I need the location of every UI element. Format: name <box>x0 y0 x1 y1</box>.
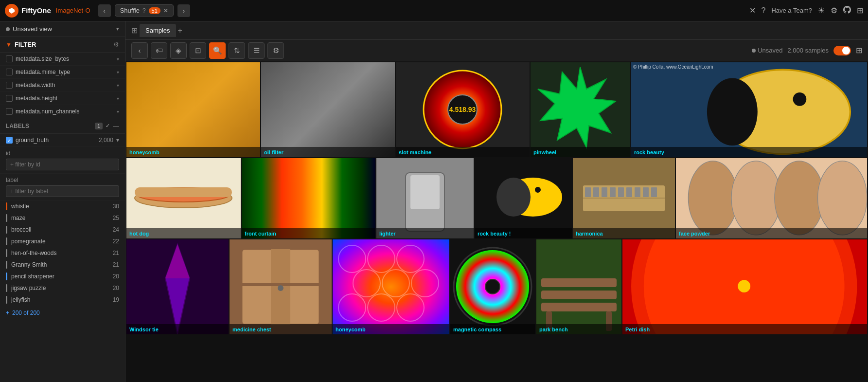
svg-point-37 <box>731 161 780 235</box>
meta-chevron-width: ▾ <box>117 83 119 88</box>
meta-checkbox-height[interactable] <box>6 95 13 102</box>
label-item-maze[interactable]: maze 25 <box>0 212 125 224</box>
label-item-hen[interactable]: hen-of-the-woods 21 <box>0 247 125 259</box>
grid-item-magnetic-compass[interactable]: magnetic compass <box>450 239 535 334</box>
svg-point-22 <box>535 187 541 193</box>
label-name-pomegranate: pomegranate <box>11 238 113 245</box>
team-label: Have a Team? <box>771 7 812 14</box>
sidebar: Unsaved view ▾ ▼ FILTER ⚙ metadata.size_… <box>0 21 125 382</box>
svg-point-39 <box>818 161 867 235</box>
grid-item-face-powder[interactable]: face powder <box>676 158 867 238</box>
labels-checkmark-icon: ✓ <box>106 123 110 129</box>
grid-dots-icon[interactable]: ⊞ <box>131 26 138 35</box>
label-count-jellyfish: 19 <box>113 296 119 303</box>
id-filter-input[interactable] <box>6 159 119 170</box>
grid-item-lighter[interactable]: lighter <box>376 158 474 238</box>
grid-item-medicine-chest[interactable]: medicine chest <box>230 239 332 334</box>
meta-item-height[interactable]: metadata.height ▾ <box>0 92 125 105</box>
label-button[interactable]: ◈ <box>170 42 187 59</box>
add-stage-btn[interactable]: + 200 of 200 <box>0 306 125 320</box>
meta-checkbox-mime[interactable] <box>6 69 13 75</box>
watermark-text: © Phillip Colla, www.OceanLight.com <box>633 64 713 70</box>
label-name-jigsaw: jigsaw puzzle <box>11 285 113 291</box>
tag-button[interactable]: 🏷 <box>151 42 167 59</box>
label-item-broccoli[interactable]: broccoli 24 <box>0 224 125 236</box>
label-color-jellyfish <box>6 296 7 304</box>
meta-item-mime-type[interactable]: metadata.mime_type ▾ <box>0 66 125 79</box>
grid-item-honeycomb-1[interactable]: honeycomb <box>126 62 260 157</box>
label-filter-input[interactable] <box>6 185 119 197</box>
unsaved-dot <box>6 27 10 31</box>
list-button[interactable]: ☰ <box>248 42 265 59</box>
label-item-jellyfish[interactable]: jellyfish 19 <box>0 294 125 306</box>
svg-rect-30 <box>618 187 624 197</box>
grid-item-front-curtain[interactable]: front curtain <box>242 158 375 238</box>
nav-prev-button[interactable]: ‹ <box>98 4 111 17</box>
label-item-jigsaw[interactable]: jigsaw puzzle 20 <box>0 282 125 294</box>
grid-item-rock-beauty-1[interactable]: © Phillip Colla, www.OceanLight.com rock… <box>631 62 867 157</box>
back-button[interactable]: ‹ <box>131 42 148 59</box>
options-button[interactable]: ⚙ <box>267 42 284 59</box>
label-color-granny <box>6 261 7 269</box>
svg-rect-28 <box>602 187 607 197</box>
meta-chevron-size: ▾ <box>117 56 119 62</box>
grid-item-harmonica[interactable]: harmonica <box>573 158 675 238</box>
meta-checkbox-width[interactable] <box>6 82 13 89</box>
label-park-bench: park bench <box>539 327 568 332</box>
labels-collapse-btn[interactable]: — <box>113 122 119 129</box>
nav-next-button[interactable]: › <box>177 4 190 17</box>
settings-icon[interactable]: ⚙ <box>831 6 837 15</box>
label-color-broccoli <box>6 226 7 234</box>
label-item-whistle[interactable]: whistle 30 <box>0 200 125 212</box>
grid-row-3: Windsor tie medicine chest <box>126 239 867 334</box>
labels-title: LABELS <box>6 123 92 129</box>
close-icon[interactable]: ✕ <box>749 6 756 15</box>
add-stage-label: 200 of 200 <box>12 309 40 316</box>
meta-item-size-bytes[interactable]: metadata.size_bytes ▾ <box>0 53 125 66</box>
label-item-pomegranate[interactable]: pomegranate 22 <box>0 236 125 247</box>
search-button[interactable]: 🔍 <box>209 42 226 59</box>
sun-icon[interactable]: ☀ <box>818 6 825 15</box>
grid-item-pinwheel[interactable]: pinwheel <box>531 62 630 157</box>
meta-checkbox-channels[interactable] <box>6 108 13 115</box>
grid-item-oil-filter[interactable]: oil filter <box>261 62 395 157</box>
toggle-switch[interactable] <box>833 46 851 55</box>
help-icon[interactable]: ? <box>762 6 766 15</box>
ground-truth-checkbox[interactable]: ✓ <box>6 137 13 144</box>
label-item-granny[interactable]: Granny Smith 21 <box>0 259 125 271</box>
label-item-pencil[interactable]: pencil sharpener 20 <box>0 271 125 282</box>
label-color-whistle <box>6 202 7 210</box>
view-grid-button[interactable]: ⊞ <box>856 46 862 55</box>
grid-item-windsor-tie[interactable]: Windsor tie <box>126 239 229 334</box>
sort-button[interactable]: ⇅ <box>229 42 245 59</box>
svg-rect-65 <box>541 303 617 311</box>
add-tab-button[interactable]: + <box>178 26 182 35</box>
label-color-pencil <box>6 273 7 280</box>
main-layout: Unsaved view ▾ ▼ FILTER ⚙ metadata.size_… <box>0 21 868 382</box>
selection-button[interactable]: ⊡ <box>190 42 206 59</box>
github-icon[interactable] <box>843 6 851 16</box>
grid-item-slot-machine[interactable]: 4.518.93 slot machine <box>396 62 530 157</box>
grid-item-rock-beauty-2[interactable]: rock beauty ! <box>475 158 572 238</box>
meta-item-width[interactable]: metadata.width ▾ <box>0 79 125 92</box>
toggle-control[interactable] <box>833 46 851 55</box>
shuffle-info-icon: ? <box>142 7 146 14</box>
label-harmonica: harmonica <box>576 231 603 236</box>
app-name: FiftyOne <box>21 6 51 15</box>
unsaved-status-dot <box>752 49 756 53</box>
grid-item-honeycomb-2[interactable]: honeycomb <box>333 239 449 334</box>
label-face-powder: face powder <box>679 231 710 236</box>
meta-item-channels[interactable]: metadata.num_channels ▾ <box>0 105 125 118</box>
shuffle-tab[interactable]: Shuffle ? 51 ✕ <box>115 4 174 17</box>
grid-item-park-bench[interactable]: park bench <box>536 239 621 334</box>
grid-item-hot-dog[interactable]: hot dog <box>126 158 241 238</box>
tab-close-button[interactable]: ✕ <box>163 7 168 14</box>
grid-item-petri-dish[interactable]: Petri dish <box>622 239 867 334</box>
filter-gear-icon[interactable]: ⚙ <box>113 41 119 48</box>
samples-tab[interactable]: Samples <box>140 24 176 37</box>
meta-checkbox-size[interactable] <box>6 55 13 62</box>
grid-icon[interactable]: ⊞ <box>857 6 863 15</box>
svg-text:4.518.93: 4.518.93 <box>449 106 476 113</box>
ground-truth-collapse-btn[interactable]: ▾ <box>116 137 119 144</box>
unsaved-view-row[interactable]: Unsaved view ▾ <box>0 21 125 37</box>
